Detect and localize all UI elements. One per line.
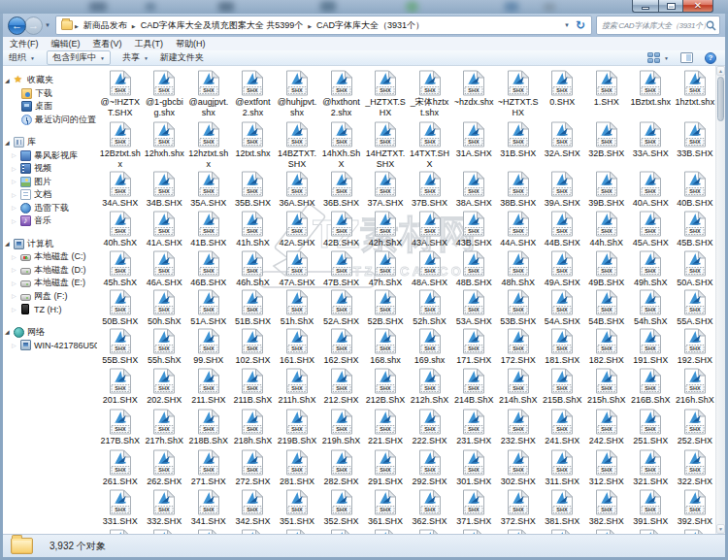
file-item[interactable]: SHX215h.ShX [584, 368, 629, 406]
file-item[interactable]: SHX392.SHX [673, 489, 717, 527]
file-item[interactable]: SHX12Bztxt.shx [98, 121, 143, 169]
file-item[interactable]: SHX252.SHX [673, 409, 717, 446]
file-item[interactable]: SHX312.SHX [584, 449, 629, 487]
file-item[interactable]: SHX40A.SHX [629, 171, 674, 209]
expand-arrow-icon[interactable]: ◢ [5, 329, 14, 335]
file-item[interactable]: SHX37A.SHX [363, 171, 408, 209]
breadcrumb-separator-icon[interactable]: ▶ [306, 23, 314, 29]
file-item[interactable]: SHX49B.SHX [584, 250, 629, 288]
file-item[interactable]: SHX41h.ShX [231, 211, 276, 248]
file-item[interactable]: SHX31B.SHX [496, 121, 541, 169]
file-item[interactable]: SHX182.SHX [584, 328, 629, 366]
file-item[interactable]: SHX [275, 529, 319, 534]
scroll-down-button[interactable]: ▼ [716, 524, 725, 534]
file-item[interactable]: SHX_宋体hztxt.shx [408, 70, 452, 117]
file-item[interactable]: SHX_HZTXT.SHX [363, 70, 408, 117]
help-icon[interactable]: ? [705, 52, 716, 64]
file-item[interactable]: SHX14BZTXT.SHX [275, 121, 319, 169]
file-item[interactable]: SHX322.SHX [673, 449, 717, 487]
file-item[interactable]: SHX@1-gbcbig.shx [143, 70, 187, 117]
file-item[interactable]: SHX321.SHX [629, 449, 674, 487]
file-item[interactable]: SHX331.SHX [98, 489, 143, 527]
file-item[interactable]: SHX [584, 529, 629, 534]
file-item[interactable]: SHX53B.SHX [496, 289, 541, 327]
file-item[interactable]: SHX [98, 529, 143, 534]
expand-arrow-icon[interactable]: ◢ [5, 78, 14, 83]
sidebar-item[interactable]: 下载 [3, 87, 97, 101]
file-item[interactable]: SHX342.SHX [231, 489, 276, 527]
sidebar-item[interactable]: ▷视频 [3, 162, 97, 176]
file-item[interactable]: SHX32A.SHX [540, 121, 584, 169]
sidebar-section[interactable]: ◢网络 [3, 326, 97, 340]
file-item[interactable]: SHX35A.SHX [186, 171, 231, 209]
file-item[interactable]: SHX51A.SHX [186, 289, 231, 327]
file-item[interactable]: SHX@huhjpvt.shx [275, 70, 319, 117]
sidebar-item[interactable]: ▷本地磁盘 (C:) [3, 250, 97, 264]
file-item[interactable]: SHX341.SHX [186, 489, 231, 527]
file-item[interactable]: SHX361.SHX [363, 489, 408, 527]
scroll-thumb[interactable] [717, 77, 724, 121]
file-item[interactable]: SHX45B.SHX [673, 211, 717, 248]
sidebar-item[interactable]: ▷文档 [3, 188, 97, 202]
sidebar-item[interactable]: ▷暴风影视库 [3, 149, 97, 163]
file-item[interactable]: SHX221.SHX [363, 409, 408, 446]
file-item[interactable]: SHX99.SHX [186, 328, 231, 366]
file-item[interactable]: SHX36A.SHX [275, 171, 319, 209]
file-item[interactable]: SHX232.SHX [496, 409, 541, 446]
file-item[interactable]: SHX14HZTXT.SHX [363, 121, 408, 169]
breadcrumb-item[interactable]: CAD字体库大全及填充图案大全 共5399个 [138, 20, 307, 30]
back-button[interactable]: ← [8, 16, 26, 35]
sidebar-item[interactable]: ▷本地磁盘 (D:) [3, 264, 97, 278]
file-item[interactable]: SHX292.SHX [408, 449, 452, 487]
file-item[interactable]: SHX~HZTXT.SHX [496, 70, 541, 117]
file-item[interactable]: SHX49A.SHX [540, 250, 584, 288]
file-item[interactable]: SHX43A.SHX [408, 211, 452, 248]
file-item[interactable]: SHX12txt.shx [231, 121, 276, 169]
file-item[interactable]: SHX41A.SHX [143, 211, 187, 248]
file-item[interactable]: SHX282.SHX [319, 449, 364, 487]
file-item[interactable]: SHX382.SHX [584, 489, 629, 527]
file-item[interactable]: SHX47B.SHX [319, 250, 364, 288]
file-item[interactable]: SHX51h.ShX [275, 289, 319, 327]
breadcrumb-separator-icon[interactable]: ▶ [130, 23, 138, 29]
file-item[interactable]: SHX@~!HZTXT.SHX [98, 70, 143, 117]
file-item[interactable]: SHX214B.ShX [451, 368, 496, 406]
file-item[interactable]: SHX231.SHX [451, 409, 496, 446]
file-item[interactable]: SHX351.SHX [275, 489, 319, 527]
sidebar-section[interactable]: ◢库 [3, 136, 97, 149]
expand-arrow-icon[interactable]: ▷ [12, 254, 20, 260]
file-item[interactable]: SHX35B.SHX [231, 171, 276, 209]
file-item[interactable]: SHX55B.SHX [98, 328, 143, 366]
sidebar-section[interactable]: ◢计算机 [3, 238, 97, 251]
file-item[interactable]: SHX311.SHX [540, 449, 584, 487]
file-item[interactable]: SHX [319, 529, 364, 534]
file-item[interactable]: SHX40h.ShX [98, 211, 143, 248]
file-item[interactable]: SHX211h.ShX [275, 368, 319, 406]
file-item[interactable]: SHX49h.ShX [629, 250, 674, 288]
file-item[interactable]: SHX40B.SHX [673, 171, 717, 209]
maximize-button[interactable] [658, 0, 683, 13]
file-item[interactable]: SHX45A.SHX [629, 211, 674, 248]
file-item[interactable]: SHX39B.SHX [584, 171, 629, 209]
address-history-caret[interactable]: ▼ [560, 22, 574, 28]
sidebar-item[interactable]: ▷WIN-421786U50O [3, 339, 97, 352]
expand-arrow-icon[interactable]: ▷ [12, 293, 20, 299]
file-item[interactable]: SHX1hztxt.shx [673, 70, 717, 117]
file-item[interactable]: SHX271.SHX [186, 449, 231, 487]
file-item[interactable]: SHX55A.SHX [673, 289, 717, 327]
file-item[interactable]: SHX [629, 529, 674, 534]
file-item[interactable]: SHX [540, 529, 584, 534]
recent-pages-caret[interactable]: ▼ [45, 22, 50, 28]
file-item[interactable]: SHX212h.ShX [408, 368, 452, 406]
file-item[interactable]: SHX38A.SHX [451, 171, 496, 209]
file-item[interactable]: SHX33B.SHX [673, 121, 717, 169]
close-button[interactable]: ✕ [683, 0, 713, 13]
file-item[interactable]: SHX261.SHX [98, 449, 143, 487]
file-item[interactable]: SHX [451, 529, 496, 534]
file-item[interactable]: SHX44A.SHX [496, 211, 541, 248]
file-item[interactable]: SHX202.SHX [143, 368, 187, 406]
file-item[interactable]: SHX219B.ShX [275, 409, 319, 446]
file-item[interactable]: SHX302.SHX [496, 449, 541, 487]
search-icon[interactable] [706, 20, 716, 31]
sidebar-item[interactable]: ▷网盘 (F:) [3, 290, 97, 304]
